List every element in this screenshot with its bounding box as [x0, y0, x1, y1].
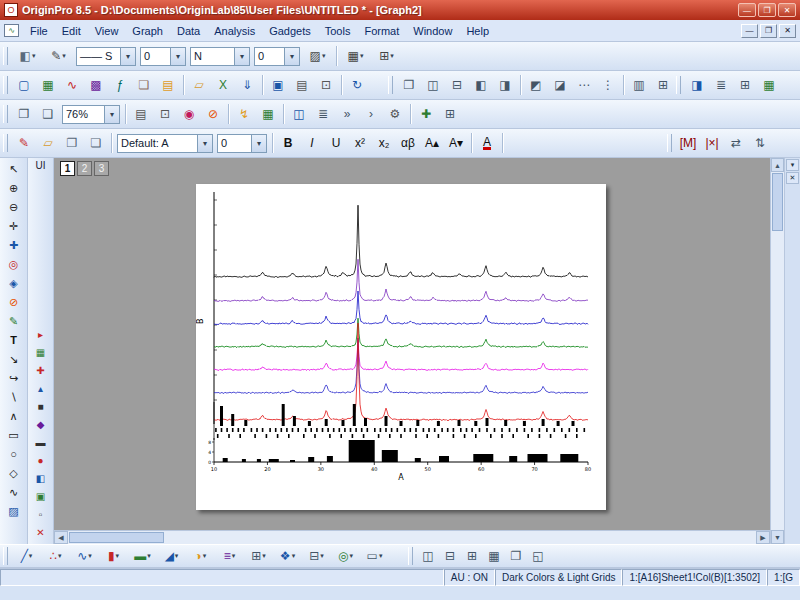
line-plot-button[interactable]: ╱▾ — [13, 546, 40, 566]
bar-plot-button[interactable]: ▬▾ — [129, 546, 156, 566]
chevron-down-icon[interactable]: ▾ — [29, 552, 33, 560]
grid-lines-button[interactable]: ▦▾ — [341, 45, 370, 67]
duplicate-button[interactable]: ❐ — [13, 103, 35, 125]
chevron-down-icon[interactable]: ▾ — [349, 552, 353, 560]
vertical-spacing-button[interactable]: ⇅ — [749, 132, 771, 154]
menu-graph[interactable]: Graph — [125, 22, 170, 40]
font-combo[interactable]: Default: A▾ — [117, 134, 213, 153]
menu-data[interactable]: Data — [170, 22, 207, 40]
duplicate-window-button[interactable]: ❐ — [398, 74, 420, 96]
chevron-down-icon[interactable]: ▾ — [120, 48, 135, 65]
toolbar-grip[interactable] — [408, 547, 413, 565]
layer-management-button[interactable]: ⊞ — [439, 103, 461, 125]
zoom-out-button[interactable]: ⊖ — [4, 198, 24, 217]
rescale-graph-button[interactable]: ▦ — [758, 74, 780, 96]
pointer-button[interactable]: ↖ — [4, 160, 24, 179]
save-project-button[interactable]: ▣ — [267, 74, 289, 96]
mask-toolbar-button[interactable]: ⊘ — [202, 103, 224, 125]
zoom-pan-button[interactable]: ✛ — [4, 217, 24, 236]
line-symbol-plot-button[interactable]: ∿▾ — [71, 546, 98, 566]
toolbar-grip[interactable] — [667, 134, 672, 152]
chevron-down-icon[interactable]: ▾ — [379, 552, 383, 560]
scroll-left-icon[interactable]: ◀ — [54, 531, 68, 544]
curved-arrow-button[interactable]: ↪ — [4, 369, 24, 388]
stacked-plot-button[interactable]: ≡▾ — [216, 546, 243, 566]
split-vertical-button[interactable]: ⊟ — [446, 74, 468, 96]
align-top-button[interactable]: ◩ — [525, 74, 547, 96]
line-color-button[interactable]: ✎▾ — [44, 45, 73, 67]
recalculate-button[interactable]: ↯ — [233, 103, 255, 125]
object-tool-7-button[interactable]: ▬ — [31, 434, 51, 452]
graph-canvas[interactable]: 123 B0481020304050607080A — [54, 158, 770, 530]
menu-view[interactable]: View — [88, 22, 126, 40]
scroll-down-icon[interactable]: ▼ — [771, 530, 784, 544]
graph-plot-area[interactable]: B0481020304050607080A — [196, 184, 606, 510]
toolbar-grip[interactable] — [3, 47, 8, 65]
m-notation-button[interactable]: [M] — [677, 132, 699, 154]
new-matrix-button[interactable]: ▩ — [85, 74, 107, 96]
contour-plot-button[interactable]: ◎▾ — [332, 546, 359, 566]
chevron-down-icon[interactable]: ▾ — [203, 552, 207, 560]
date-time-stamp-button[interactable]: ⊞ — [734, 74, 756, 96]
freehand-tool-button[interactable]: ∿ — [4, 483, 24, 502]
chevron-down-icon[interactable]: ▾ — [284, 48, 299, 65]
x-notation-button[interactable]: |×| — [701, 132, 723, 154]
extract-colormap-button[interactable]: ◉ — [178, 103, 200, 125]
superscript-button[interactable]: x² — [349, 132, 371, 154]
line-style-combo[interactable]: —— S▾ — [76, 47, 136, 66]
merge-graph-button[interactable]: ◫ — [418, 546, 438, 566]
merge-windows-button[interactable]: ⊞ — [652, 74, 674, 96]
script-window-button[interactable]: » — [336, 103, 358, 125]
add-layer-button[interactable]: ✚ — [415, 103, 437, 125]
fill-color-button[interactable]: ◧▾ — [13, 45, 42, 67]
frame-borders-button[interactable]: ⊞▾ — [372, 45, 401, 67]
horizontal-scroll-thumb[interactable] — [69, 532, 164, 543]
toolbar-grip[interactable] — [3, 76, 8, 94]
chevron-down-icon[interactable]: ▾ — [360, 52, 364, 60]
close-button[interactable]: ✕ — [778, 3, 796, 17]
distribute-vertical-button[interactable]: ⋮ — [597, 74, 619, 96]
object-tool-2-button[interactable]: ▦ — [31, 344, 51, 362]
multi-axis-plot-button[interactable]: ⊞▾ — [245, 546, 272, 566]
font-color-button[interactable]: A — [476, 132, 498, 154]
toolbar-grip[interactable] — [388, 76, 393, 94]
polyline-tool-button[interactable]: ∧ — [4, 407, 24, 426]
vertical-scroll-thumb[interactable] — [772, 173, 783, 231]
new-workbook-button[interactable]: ▦ — [37, 74, 59, 96]
font-size-combo[interactable]: 0▾ — [217, 134, 267, 153]
arrow-tool-button[interactable]: ↘ — [4, 350, 24, 369]
chevron-down-icon[interactable]: ▾ — [234, 48, 249, 65]
menu-tools[interactable]: Tools — [318, 22, 358, 40]
line-tool-button[interactable]: ∖ — [4, 388, 24, 407]
align-right-button[interactable]: ◨ — [494, 74, 516, 96]
italic-button[interactable]: I — [301, 132, 323, 154]
print-preview-button[interactable]: ⊡ — [315, 74, 337, 96]
layer-button-2[interactable]: 2 — [77, 161, 92, 176]
bold-button[interactable]: B — [277, 132, 299, 154]
new-notes-button[interactable]: ▤ — [157, 74, 179, 96]
object-tool-6-button[interactable]: ◆ — [31, 416, 51, 434]
chevron-down-icon[interactable]: ▾ — [292, 552, 296, 560]
command-window-button[interactable]: › — [360, 103, 382, 125]
chevron-down-icon[interactable]: ▾ — [116, 552, 120, 560]
object-tool-5-button[interactable]: ■ — [31, 398, 51, 416]
mdi-restore-button[interactable]: ❐ — [760, 24, 777, 38]
object-tool-9-button[interactable]: ◧ — [31, 470, 51, 488]
extract-layers-button[interactable]: ⊟ — [440, 546, 460, 566]
align-left-button[interactable]: ◧ — [470, 74, 492, 96]
text-tool-button[interactable]: T — [4, 331, 24, 350]
new-project-button[interactable]: ▢ — [13, 74, 35, 96]
statistics-plot-button[interactable]: ⊟▾ — [303, 546, 330, 566]
ellipse-tool-button[interactable]: ○ — [4, 445, 24, 464]
screen-reader-button[interactable]: ✚ — [4, 236, 24, 255]
new-function-button[interactable]: ƒ — [109, 74, 131, 96]
menu-gadgets[interactable]: Gadgets — [262, 22, 318, 40]
open-excel-button[interactable]: X — [212, 74, 234, 96]
title-bar[interactable]: O OriginPro 8.5 - D:\Documents\OriginLab… — [0, 0, 800, 20]
greek-button[interactable]: αβ — [397, 132, 419, 154]
column-plot-button[interactable]: ▮▾ — [100, 546, 127, 566]
format-painter-button[interactable]: ✎ — [13, 132, 35, 154]
rectangle-tool-button[interactable]: ▭ — [4, 426, 24, 445]
mdi-close-button[interactable]: ✕ — [779, 24, 796, 38]
vertical-scrollbar[interactable]: ▲ ▼ — [770, 158, 784, 544]
